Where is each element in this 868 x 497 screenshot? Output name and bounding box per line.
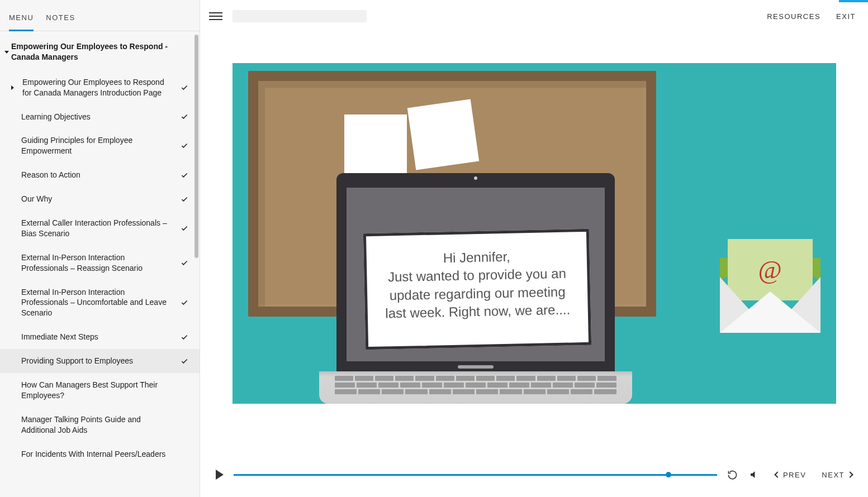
play-button[interactable] [216, 470, 224, 480]
lesson-label: For Incidents With Internal Peers/Leader… [21, 449, 175, 460]
laptop-note: Hi Jennifer,Just wanted to provide you a… [363, 229, 591, 350]
chevron-left-icon [774, 471, 780, 477]
lesson-title [233, 10, 367, 22]
lesson-item[interactable]: Guiding Principles for Employee Empowerm… [0, 128, 200, 163]
check-icon [181, 421, 188, 429]
check-icon [181, 333, 188, 341]
next-label: NEXT [822, 471, 845, 479]
sidebar-tabs: MENU NOTES [0, 0, 200, 31]
check-icon [181, 259, 188, 267]
sidebar: MENU NOTES Empowering Our Employees to R… [0, 0, 200, 497]
sidebar-scroll-thumb[interactable] [195, 35, 198, 258]
laptop: Hi Jennifer,Just wanted to provide you a… [319, 173, 632, 404]
lesson-item[interactable]: External In-Person Interaction Professio… [0, 246, 200, 280]
laptop-base [319, 371, 632, 404]
slide-stage: Hi Jennifer,Just wanted to provide you a… [233, 63, 836, 404]
laptop-screen: Hi Jennifer,Just wanted to provide you a… [336, 173, 615, 371]
laptop-keyboard [335, 376, 616, 394]
lesson-label: Learning Objectives [21, 112, 175, 122]
lesson-item[interactable]: Immediate Next Steps [0, 325, 200, 349]
lesson-label: Guiding Principles for Employee Empowerm… [21, 135, 175, 156]
envelope-icon: @ [720, 239, 820, 333]
stage-wrap: Hi Jennifer,Just wanted to provide you a… [200, 32, 868, 452]
check-icon [181, 171, 188, 179]
hamburger-icon[interactable] [209, 9, 222, 23]
course-title-row[interactable]: Empowering Our Employees to Respond - Ca… [0, 31, 200, 70]
lesson-label: Providing Support to Employees [21, 356, 175, 366]
top-bar: RESOURCES EXIT [200, 0, 868, 32]
laptop-camera-icon [474, 176, 477, 180]
top-accent [839, 0, 868, 2]
check-icon [181, 386, 188, 394]
tab-notes[interactable]: NOTES [46, 13, 75, 24]
check-icon [181, 450, 188, 458]
lesson-item[interactable]: Learning Objectives [0, 105, 200, 129]
lesson-label: How Can Managers Best Support Their Empl… [21, 380, 175, 401]
lesson-label: Immediate Next Steps [21, 332, 175, 342]
check-icon [181, 84, 188, 92]
seek-thumb[interactable] [666, 472, 671, 477]
volume-icon[interactable] [748, 469, 760, 480]
resources-link[interactable]: RESOURCES [767, 12, 820, 21]
expand-icon [11, 85, 14, 90]
lesson-item[interactable]: External In-Person Interaction Professio… [0, 280, 200, 326]
main-panel: RESOURCES EXIT Hi Jennifer,Just wanted t… [200, 0, 868, 497]
lesson-item[interactable]: How Can Managers Best Support Their Empl… [0, 373, 200, 408]
lesson-item[interactable]: Our Why [0, 187, 200, 211]
lesson-item[interactable]: Reason to Action [0, 163, 200, 187]
lesson-item[interactable]: Manager Talking Points Guide and Additio… [0, 408, 200, 442]
sticky-note-1 [344, 114, 407, 176]
check-icon [181, 195, 188, 203]
tab-menu[interactable]: MENU [9, 13, 34, 24]
check-icon [181, 113, 188, 121]
collapse-icon [4, 51, 9, 54]
lesson-list: Empowering Our Employees to Respond for … [0, 70, 200, 497]
laptop-notch [458, 365, 494, 369]
lesson-item[interactable]: Empowering Our Employees to Respond for … [0, 70, 200, 105]
lesson-item[interactable]: Providing Support to Employees [0, 349, 200, 373]
lesson-item[interactable]: External Caller Interaction Professional… [0, 211, 200, 246]
player-bar: PREV NEXT [200, 452, 868, 497]
exit-link[interactable]: EXIT [836, 12, 856, 21]
lesson-label: External Caller Interaction Professional… [21, 218, 175, 239]
lesson-label: Our Why [21, 194, 175, 204]
check-icon [181, 357, 188, 365]
lesson-label: External In-Person Interaction Professio… [21, 252, 175, 274]
check-icon [181, 299, 188, 307]
next-button[interactable]: NEXT [822, 471, 852, 479]
check-icon [181, 224, 188, 232]
course-title: Empowering Our Employees to Respond - Ca… [11, 41, 191, 63]
lesson-label: External In-Person Interaction Professio… [21, 287, 175, 319]
replay-icon[interactable] [727, 469, 738, 480]
lesson-item[interactable]: For Incidents With Internal Peers/Leader… [0, 442, 200, 466]
chevron-right-icon [847, 471, 853, 477]
lesson-label: Empowering Our Employees to Respond for … [22, 77, 175, 98]
check-icon [181, 142, 188, 150]
seek-bar[interactable] [234, 469, 717, 480]
lesson-label: Reason to Action [21, 170, 175, 180]
prev-button[interactable]: PREV [775, 471, 806, 479]
lesson-label: Manager Talking Points Guide and Additio… [21, 414, 175, 436]
prev-label: PREV [783, 471, 806, 479]
sticky-note-2 [407, 99, 478, 170]
